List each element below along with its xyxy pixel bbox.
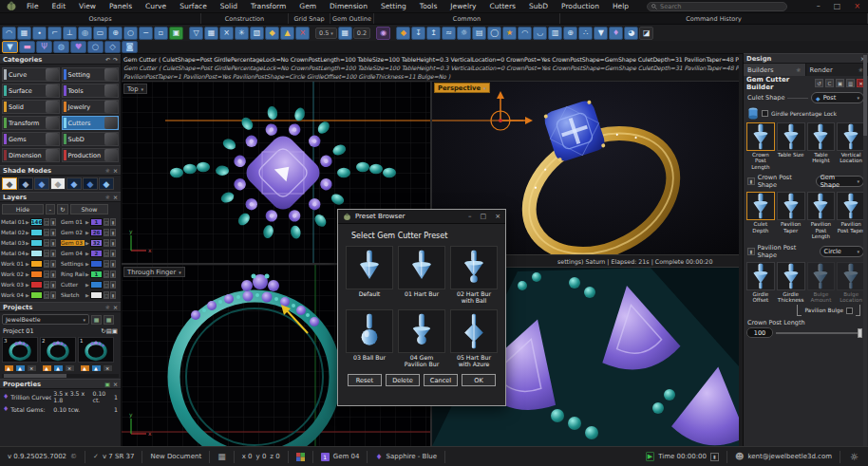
slider-handle[interactable]: [858, 328, 862, 338]
gem-outline-icon[interactable]: ◉: [376, 27, 390, 40]
layer-row[interactable]: Gem 03▶ 32 □ ▮: [61, 238, 120, 248]
osnap-end-icon[interactable]: ⌐: [47, 27, 62, 40]
arc-icon[interactable]: ◠: [518, 27, 532, 40]
layer-lock-icon[interactable]: □: [44, 291, 49, 299]
osnap-vertex-icon[interactable]: ▫: [154, 27, 168, 40]
reset-builder-icon[interactable]: ↺: [815, 79, 823, 87]
scatter-icon[interactable]: ∴: [578, 27, 593, 40]
gear-icon[interactable]: ☼: [796, 66, 801, 73]
expand-arrow-icon[interactable]: ▶: [85, 251, 89, 256]
layer-material-icon[interactable]: ▮: [110, 281, 116, 289]
layer-material-icon[interactable]: ▮: [50, 229, 56, 236]
category-production[interactable]: Production: [62, 148, 120, 162]
session-timer[interactable]: ▶Time 00:00:00▮: [638, 447, 726, 466]
dialog-maximize-button[interactable]: □: [481, 213, 487, 220]
layer-lock-icon[interactable]: □: [44, 229, 49, 236]
command-area[interactable]: Gem Cutter ( CuletShape=Post GirdlePerce…: [122, 54, 739, 82]
display-mode-icon[interactable]: [289, 447, 312, 466]
layer-lock-icon[interactable]: □: [104, 250, 109, 257]
layer-color-swatch[interactable]: [30, 270, 43, 278]
expand-arrow-icon[interactable]: ▶: [85, 240, 89, 246]
heart-cutter-tool[interactable]: ♥: [70, 41, 86, 53]
redo-icon[interactable]: ↷: [113, 56, 118, 63]
layer-material-icon[interactable]: ▮: [110, 218, 116, 226]
search-input[interactable]: [660, 3, 783, 10]
play-icon[interactable]: ▶: [646, 452, 654, 461]
shade-artistic[interactable]: ◆: [99, 177, 114, 190]
save-version-button[interactable]: ▲: [4, 364, 14, 372]
tile-table-height[interactable]: [807, 122, 836, 151]
report-icon[interactable]: ▣: [104, 381, 110, 387]
layer-color-swatch[interactable]: [90, 281, 103, 289]
layer-row[interactable]: Metal 04▶ □ ▮: [1, 249, 60, 258]
delete-version-button[interactable]: ×: [27, 364, 37, 372]
delete-version-button[interactable]: ×: [65, 364, 75, 372]
sparkle-icon[interactable]: ★: [502, 27, 517, 40]
cplane-icon[interactable]: ▽: [189, 27, 203, 40]
purple-gem-icon[interactable]: ♦: [609, 27, 623, 40]
menu-subd[interactable]: SubD: [522, 2, 555, 10]
preset-03-ball-bur[interactable]: [346, 309, 393, 353]
layer-row[interactable]: Work 02▶ □ ▮: [1, 270, 60, 279]
layer-color-swatch[interactable]: [30, 281, 43, 289]
layer-material-icon[interactable]: ▮: [110, 291, 116, 299]
delete-construction-icon[interactable]: ×: [295, 27, 310, 40]
reset-button[interactable]: Reset: [348, 374, 382, 386]
grid-toggle-icon[interactable]: ▦: [338, 27, 352, 40]
gears-icon[interactable]: ☼: [457, 27, 471, 40]
gold-gem-icon[interactable]: ◆: [265, 27, 279, 40]
ok-button[interactable]: OK: [462, 374, 496, 386]
close-icon[interactable]: ×: [113, 381, 118, 387]
through-finger-viewport-tab[interactable]: Through Finger▾: [123, 267, 185, 277]
layer-material-icon[interactable]: ▮: [50, 250, 56, 257]
layer-row[interactable]: Work 03▶ □ ▮: [1, 280, 60, 289]
layer-row[interactable]: Cutter▶ □ ▮: [61, 280, 120, 289]
tile-girdle-offset[interactable]: [746, 262, 775, 290]
osnap-quad-icon[interactable]: ○: [123, 27, 138, 40]
tile-pavilion-post-length[interactable]: [807, 192, 836, 220]
layer-color-swatch[interactable]: 2: [90, 250, 103, 257]
osnap-mid-icon[interactable]: ▭: [93, 27, 107, 40]
osnap-grid-icon[interactable]: ▦: [17, 27, 31, 40]
osnap-point-icon[interactable]: ∙: [32, 27, 47, 40]
preset-01-hart-bur[interactable]: [398, 246, 445, 289]
viewport-layout-icon[interactable]: ▦: [210, 447, 234, 466]
preset-04-gem-pavilion-bur[interactable]: [398, 309, 445, 353]
cancel-button[interactable]: Cancel: [424, 374, 458, 386]
command-input-line[interactable]: Gem Cutter ( CuletShape=Post GirdlePerce…: [123, 55, 737, 64]
shade-ghosted[interactable]: ◆: [50, 177, 66, 190]
cplane-grid-icon[interactable]: ▦: [204, 27, 218, 40]
osnap-near-icon[interactable]: ◠: [2, 27, 16, 40]
category-tools[interactable]: Tools: [62, 84, 120, 98]
load-version-button[interactable]: ▲: [91, 364, 102, 372]
menu-production[interactable]: Production: [555, 2, 606, 10]
culet-shape-dropdown[interactable]: ◆ Post ▾: [811, 92, 864, 103]
layer-material-icon[interactable]: ▮: [110, 260, 116, 268]
sweep-icon[interactable]: ◕: [624, 27, 638, 40]
dialog-minimize-button[interactable]: –: [468, 213, 472, 220]
layer-material-icon[interactable]: ▮: [50, 270, 56, 278]
clear-cplane-icon[interactable]: ×: [219, 27, 234, 40]
tile-bulge-amount[interactable]: [807, 262, 836, 290]
layer-row[interactable]: Gem 02▶ 26 □ ▮: [61, 228, 120, 237]
layer-lock-icon[interactable]: □: [104, 291, 109, 299]
category-subd[interactable]: SubD: [62, 132, 120, 146]
panel-scrollbar[interactable]: [863, 53, 867, 446]
tile-pavilion-taper[interactable]: [777, 192, 805, 220]
menu-tools[interactable]: Tools: [413, 2, 443, 10]
layer-material-icon[interactable]: ▮: [50, 218, 56, 226]
perspective-viewport-tab[interactable]: Perspective▾: [434, 83, 490, 93]
save-preset-icon[interactable]: ▣: [836, 79, 844, 87]
delete-button[interactable]: Delete: [386, 374, 420, 386]
layer-row[interactable]: Metal 01▶ 146 □ ▮: [1, 217, 60, 227]
minus-button[interactable]: -: [46, 204, 55, 214]
hide-button[interactable]: Hide: [2, 204, 44, 214]
active-gem-layer[interactable]: 1Gem 04: [313, 447, 368, 466]
library-dropdown[interactable]: JewelBeetle▾: [2, 314, 89, 325]
layer-color-swatch[interactable]: 146: [30, 218, 43, 226]
preset-02-hart-bur-with-ball[interactable]: [450, 246, 498, 289]
layer-color-swatch[interactable]: 1: [90, 218, 103, 226]
layer-row[interactable]: Metal 02▶ □ ▮: [1, 228, 60, 237]
expand-arrow-icon[interactable]: ▶: [26, 240, 29, 246]
expand-arrow-icon[interactable]: ▶: [85, 292, 89, 298]
